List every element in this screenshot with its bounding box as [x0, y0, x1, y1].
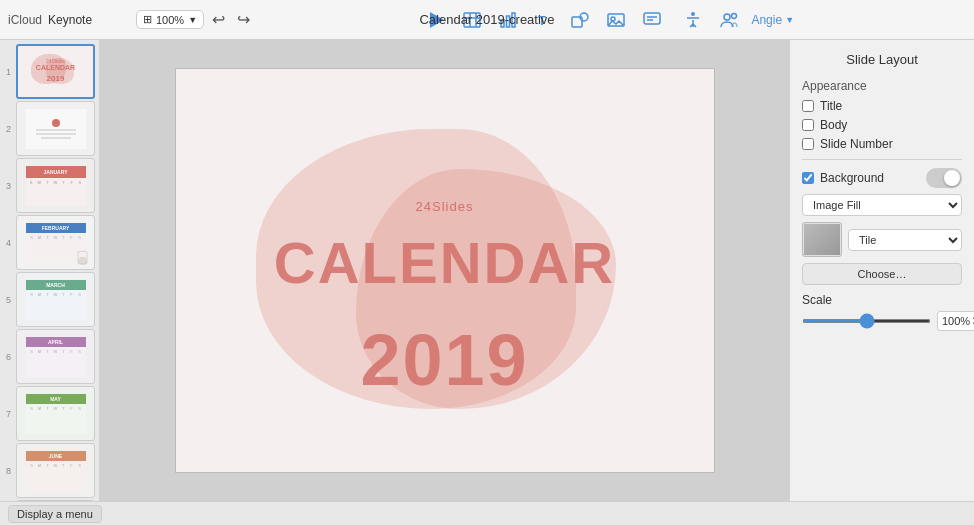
slide-panel: 1 24Slides CALENDAR 2019 2 [0, 40, 100, 501]
slide-num-1: 1 [6, 67, 11, 77]
top-bar: iCloud Keynote ⊞ 100% ▼ ↩ ↪ Calendar 201… [0, 0, 974, 40]
document-title: Calendar 2019-creative [419, 12, 554, 27]
slide-thumbnail-9[interactable]: JULY SMTWTFS [16, 500, 95, 501]
collaborate-button[interactable] [715, 6, 743, 34]
choose-button[interactable]: Choose… [802, 263, 962, 285]
background-label: Background [820, 171, 884, 185]
slide-thumbnail-8[interactable]: JUNE SMTWTFS [16, 443, 95, 498]
slide-thumbnail-2[interactable] [16, 101, 95, 156]
divider-1 [802, 159, 962, 160]
title-checkbox-row: Title [802, 99, 962, 113]
slide-list-item-1: 1 24Slides CALENDAR 2019 [4, 44, 95, 99]
slide-num-3: 3 [6, 181, 11, 191]
svg-point-18 [732, 13, 737, 18]
svg-point-16 [691, 12, 695, 16]
app-branding: iCloud Keynote [8, 13, 128, 27]
title-text: Calendar 2019-creative [419, 12, 554, 27]
scale-value-display: 100% ▲ ▼ [937, 311, 974, 331]
zoom-chevron: ▼ [188, 15, 197, 25]
toggle-thumb [944, 170, 960, 186]
user-menu[interactable]: Angie ▼ [751, 13, 794, 27]
slide-num-5: 5 [6, 295, 11, 305]
right-panel: Slide Layout Appearance Title Body Slide… [789, 40, 974, 501]
slide-num-2: 2 [6, 124, 11, 134]
icloud-label: iCloud [8, 13, 42, 27]
main-content: 1 24Slides CALENDAR 2019 2 [0, 40, 974, 501]
panel-title: Slide Layout [802, 52, 962, 67]
user-name: Angie [751, 13, 782, 27]
slide-num-8: 8 [6, 466, 11, 476]
slide-number-checkbox-label: Slide Number [820, 137, 893, 151]
zoom-icon: ⊞ [143, 13, 152, 26]
image-fill-select[interactable]: Image Fill [802, 194, 962, 216]
slide-thumbnail-6[interactable]: APRIL SMTWTFS [16, 329, 95, 384]
background-checkbox[interactable] [802, 172, 814, 184]
slide-canvas[interactable]: 24Slides CALENDAR 2019 [175, 68, 715, 473]
shape-button[interactable] [566, 6, 594, 34]
body-checkbox-label: Body [820, 118, 847, 132]
slide-number-checkbox-row: Slide Number [802, 137, 962, 151]
keynote-label: Keynote [48, 13, 92, 27]
background-toggle[interactable] [926, 168, 962, 188]
image-preview [802, 222, 842, 257]
zoom-controls: ⊞ 100% ▼ ↩ ↪ [136, 8, 254, 31]
slide-list-item-9: 9 JULY SMTWTFS [4, 500, 95, 501]
redo-button[interactable]: ↪ [233, 8, 254, 31]
slide-year: 2019 [360, 319, 528, 401]
canvas-area: 24Slides CALENDAR 2019 [100, 40, 789, 501]
undo-button[interactable]: ↩ [208, 8, 229, 31]
slide-num-7: 7 [6, 409, 11, 419]
toggle-track[interactable] [926, 168, 962, 188]
image-preview-inner [804, 224, 840, 255]
tile-select[interactable]: Tile [848, 229, 962, 251]
image-fill-dropdown-row: Image Fill [802, 194, 962, 216]
top-bar-right: Angie ▼ [674, 6, 794, 34]
slide-list-item-2: 2 [4, 101, 95, 156]
zoom-group[interactable]: ⊞ 100% ▼ [136, 10, 204, 29]
body-checkbox-row: Body [802, 118, 962, 132]
comment-button[interactable] [638, 6, 666, 34]
tile-dropdown-container: Tile [848, 229, 962, 251]
media-button[interactable] [602, 6, 630, 34]
title-checkbox-label: Title [820, 99, 842, 113]
bottom-bar: Display a menu [0, 501, 974, 525]
scale-label: Scale [802, 293, 962, 307]
background-row: Background [802, 168, 962, 188]
slide-list-item-6: 6 APRIL SMTWTFS [4, 329, 95, 384]
slide-num-6: 6 [6, 352, 11, 362]
svg-rect-13 [644, 13, 660, 24]
slide-number-checkbox[interactable] [802, 138, 814, 150]
slide-thumbnail-3[interactable]: JANUARY S M T W T F S [16, 158, 95, 213]
slide-brand: 24Slides [416, 199, 474, 214]
slide-num-4: 4 [6, 238, 11, 248]
appearance-label: Appearance [802, 79, 962, 93]
display-menu-button[interactable]: Display a menu [8, 505, 102, 523]
zoom-value: 100% [156, 14, 184, 26]
scale-value-text: 100% [942, 315, 970, 327]
user-chevron: ▼ [785, 15, 794, 25]
slide-list-item-3: 3 JANUARY S M T W T F [4, 158, 95, 213]
slide-thumbnail-7[interactable]: MAY SMTWTFS [16, 386, 95, 441]
slide-list-item-4: 4 FEBRUARY SMTWTFS [4, 215, 95, 270]
image-fill-row: Tile [802, 222, 962, 257]
slide-title: CALENDAR [274, 229, 615, 296]
scale-row: 100% ▲ ▼ [802, 311, 962, 331]
slide-list-item-7: 7 MAY SMTWTFS [4, 386, 95, 441]
slide-thumbnail-4[interactable]: FEBRUARY SMTWTFS [16, 215, 95, 270]
slide-thumbnail-1[interactable]: 24Slides CALENDAR 2019 [16, 44, 95, 99]
title-checkbox[interactable] [802, 100, 814, 112]
accessibility-button[interactable] [679, 6, 707, 34]
slide-thumbnail-5[interactable]: MARCH SMTWTFS [16, 272, 95, 327]
svg-point-17 [724, 14, 730, 20]
scale-slider[interactable] [802, 319, 931, 323]
slide-list-item-5: 5 MARCH SMTWTFS [4, 272, 95, 327]
slide-list-item-8: 8 JUNE SMTWTFS [4, 443, 95, 498]
body-checkbox[interactable] [802, 119, 814, 131]
